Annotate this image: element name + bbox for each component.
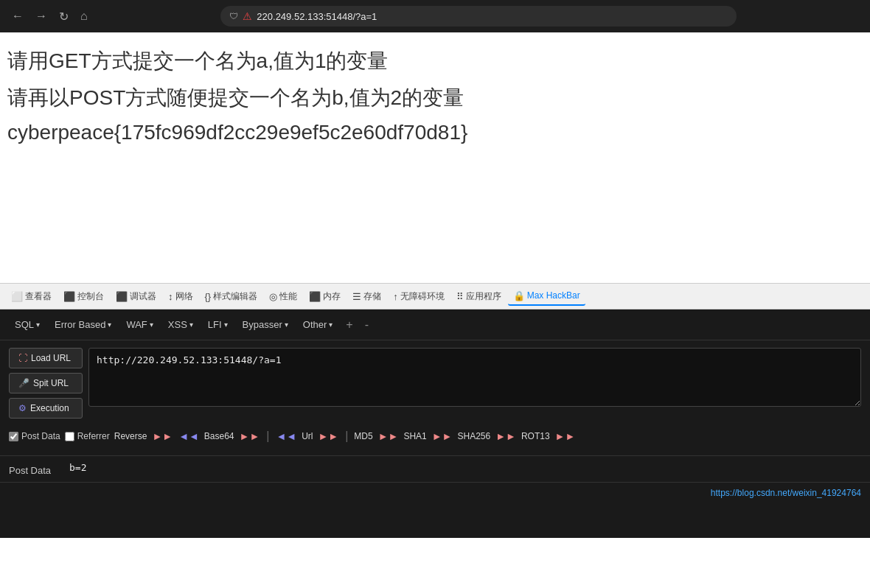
devtools-tab-accessibility[interactable]: ↑ 无障碍环境 xyxy=(388,287,450,306)
address-url: 220.249.52.133:51448/?a=1 xyxy=(257,11,377,22)
lfi-caret: ▾ xyxy=(224,321,228,329)
debugger-label: 调试器 xyxy=(130,290,156,303)
accessibility-icon: ↑ xyxy=(393,291,398,302)
hackbar-url-row: ⛶ Load URL 🎤 Spit URL ⚙ Execution xyxy=(9,348,861,419)
credit-link[interactable]: https://blog.csdn.net/weixin_41924764 xyxy=(711,488,861,498)
security-icon: 🛡 xyxy=(229,11,238,21)
storage-icon: ☰ xyxy=(352,291,361,302)
base64-encode-button[interactable]: ►► xyxy=(239,429,261,444)
devtools-tab-debugger[interactable]: ⬛ 调试器 xyxy=(111,287,161,306)
memory-icon: ⬛ xyxy=(309,291,321,302)
warning-icon: ⚠ xyxy=(243,10,252,22)
url-input[interactable] xyxy=(88,348,861,407)
separator1: | xyxy=(266,430,269,443)
performance-icon: ◎ xyxy=(269,291,277,302)
reverse-label: Reverse xyxy=(114,431,147,441)
browser-chrome: ← → ↻ ⌂ 🛡 ⚠ 220.249.52.133:51448/?a=1 xyxy=(0,0,870,32)
reverse-decode-button[interactable]: ◄◄ xyxy=(178,429,200,444)
sha1-button[interactable]: ►► xyxy=(431,429,453,444)
sql-menu-label: SQL xyxy=(15,319,34,330)
back-button[interactable]: ← xyxy=(9,7,27,26)
hackbar-panel: SQL ▾ Error Based ▾ WAF ▾ XSS ▾ LFI ▾ By… xyxy=(0,309,870,538)
post-data-checkbox[interactable] xyxy=(9,432,18,441)
network-icon: ↕ xyxy=(168,291,173,302)
devtools-tab-application[interactable]: ⠿ 应用程序 xyxy=(451,287,507,306)
referrer-check-label[interactable]: Referrer xyxy=(65,431,110,441)
devtools-tab-memory[interactable]: ⬛ 内存 xyxy=(304,287,346,306)
performance-label: 性能 xyxy=(279,290,297,303)
referrer-checkbox[interactable] xyxy=(65,432,74,441)
forward-button[interactable]: → xyxy=(32,7,50,26)
devtools-tab-hackbar[interactable]: 🔒 Max HackBar xyxy=(508,287,585,306)
add-menu-button[interactable]: + xyxy=(341,318,357,332)
xss-menu[interactable]: XSS ▾ xyxy=(162,315,199,334)
other-label: Other xyxy=(303,319,327,330)
bypasser-caret: ▾ xyxy=(285,321,288,329)
load-url-label: Load URL xyxy=(31,353,71,363)
spit-url-label: Spit URL xyxy=(33,378,69,388)
post-data-check-text: Post Data xyxy=(21,431,60,441)
spit-url-button[interactable]: 🎤 Spit URL xyxy=(9,373,83,393)
devtools-tab-inspector[interactable]: ⬜ 查看器 xyxy=(6,287,57,306)
base64-decode-button[interactable]: ◄◄ xyxy=(275,429,297,444)
waf-caret: ▾ xyxy=(150,321,153,329)
other-caret: ▾ xyxy=(329,321,333,329)
other-menu[interactable]: Other ▾ xyxy=(297,315,339,334)
devtools-toolbar: ⬜ 查看器 ⬛ 控制台 ⬛ 调试器 ↕ 网络 {} 样式编辑器 ◎ 性能 ⬛ 内… xyxy=(0,283,870,309)
sql-menu[interactable]: SQL ▾ xyxy=(9,315,46,334)
sha256-button[interactable]: ►► xyxy=(495,429,517,444)
hackbar-icon: 🔒 xyxy=(513,290,525,301)
instruction-line2: 请再以POST方式随便提交一个名为b,值为2的变量 xyxy=(7,84,863,112)
waf-menu[interactable]: WAF ▾ xyxy=(120,315,159,334)
execution-button[interactable]: ⚙ Execution xyxy=(9,398,83,419)
base64-label: Base64 xyxy=(204,431,234,441)
accessibility-label: 无障碍环境 xyxy=(400,290,445,303)
waf-label: WAF xyxy=(126,319,147,330)
hackbar-action-buttons: ⛶ Load URL 🎤 Spit URL ⚙ Execution xyxy=(9,348,83,419)
sha1-label: SHA1 xyxy=(403,431,426,441)
encode-row: Post Data Referrer Reverse ►► ◄◄ Base64 … xyxy=(9,424,861,448)
refresh-button[interactable]: ↻ xyxy=(56,7,72,27)
home-button[interactable]: ⌂ xyxy=(77,7,91,26)
network-label: 网络 xyxy=(175,290,193,303)
memory-label: 内存 xyxy=(323,290,341,303)
remove-menu-button[interactable]: - xyxy=(361,318,373,332)
hackbar-label: Max HackBar xyxy=(527,290,580,301)
exec-icon: ⚙ xyxy=(18,403,27,413)
lfi-label: LFI xyxy=(208,319,222,330)
console-icon: ⬛ xyxy=(63,291,75,302)
post-data-check-label[interactable]: Post Data xyxy=(9,431,60,441)
application-label: 应用程序 xyxy=(466,290,501,303)
url-encode-button[interactable]: ►► xyxy=(317,429,339,444)
sha256-label: SHA256 xyxy=(457,431,490,441)
md5-button[interactable]: ►► xyxy=(377,429,400,444)
flag-text: cyberpeace{175fc969df2cc29e9ef5c2e60df70… xyxy=(7,121,863,144)
address-bar[interactable]: 🛡 ⚠ 220.249.52.133:51448/?a=1 xyxy=(220,6,737,27)
devtools-tab-network[interactable]: ↕ 网络 xyxy=(163,287,198,306)
bypasser-menu[interactable]: Bypasser ▾ xyxy=(237,315,294,334)
lfi-menu[interactable]: LFI ▾ xyxy=(202,315,234,334)
status-bar: https://blog.csdn.net/weixin_41924764 xyxy=(0,482,870,503)
devtools-tab-console[interactable]: ⬛ 控制台 xyxy=(58,287,109,306)
url-encode-label: Url xyxy=(302,431,313,441)
style-label: 样式编辑器 xyxy=(213,290,257,303)
post-data-label-text: Post Data xyxy=(9,462,60,476)
devtools-tab-storage[interactable]: ☰ 存储 xyxy=(347,287,386,306)
rot13-button[interactable]: ►► xyxy=(554,429,577,444)
style-icon: {} xyxy=(205,291,212,302)
load-url-button[interactable]: ⛶ Load URL xyxy=(9,348,83,368)
hackbar-body: ⛶ Load URL 🎤 Spit URL ⚙ Execution Post D… xyxy=(0,340,870,455)
referrer-check-text: Referrer xyxy=(77,431,110,441)
storage-label: 存储 xyxy=(363,290,381,303)
page-content: 请用GET方式提交一个名为a,值为1的变量 请再以POST方式随便提交一个名为b… xyxy=(0,32,870,283)
error-based-menu[interactable]: Error Based ▾ xyxy=(49,315,117,334)
devtools-tab-style[interactable]: {} 样式编辑器 xyxy=(200,287,263,306)
console-label: 控制台 xyxy=(77,290,104,303)
inspector-icon: ⬜ xyxy=(11,291,23,302)
hackbar-menu-bar: SQL ▾ Error Based ▾ WAF ▾ XSS ▾ LFI ▾ By… xyxy=(0,309,870,340)
post-data-input[interactable] xyxy=(69,462,861,473)
reverse-encode-button[interactable]: ►► xyxy=(151,429,173,444)
error-based-caret: ▾ xyxy=(108,321,111,329)
devtools-tab-performance[interactable]: ◎ 性能 xyxy=(264,287,302,306)
spit-icon: 🎤 xyxy=(18,378,29,388)
